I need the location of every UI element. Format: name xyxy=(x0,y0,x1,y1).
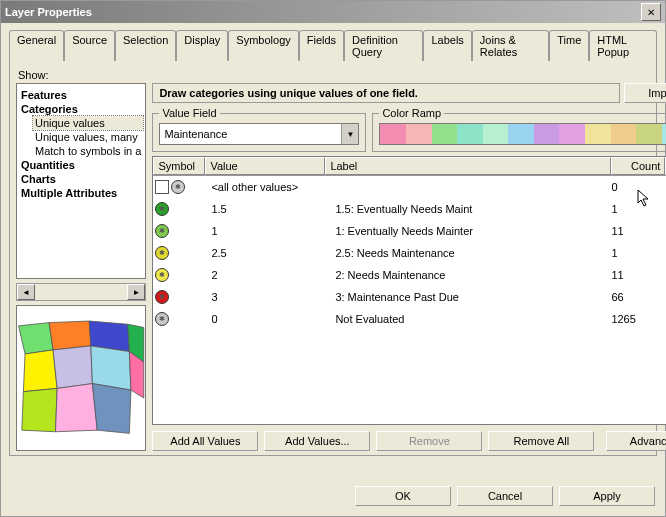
cell-value: 1 xyxy=(207,225,331,237)
symbol-swatch-icon: ✱ xyxy=(155,202,169,216)
grid-area: Symbol Value Label Count ✱<all other val… xyxy=(152,156,666,425)
apply-button[interactable]: Apply xyxy=(559,486,655,506)
tab-definition-query[interactable]: Definition Query xyxy=(344,30,423,61)
symbol-swatch-icon: ✱ xyxy=(155,224,169,238)
cell-count: 1 xyxy=(607,247,665,259)
cell-count: 11 xyxy=(607,269,665,281)
layer-properties-window: Layer Properties ✕ GeneralSourceSelectio… xyxy=(0,0,666,517)
titlebar: Layer Properties ✕ xyxy=(1,1,665,23)
tab-display[interactable]: Display xyxy=(176,30,228,61)
add-values-button[interactable]: Add Values... xyxy=(264,431,370,451)
cell-label: 2.5: Needs Maintenance xyxy=(331,247,607,259)
cell-count: 0 xyxy=(607,181,665,193)
import-button[interactable]: Import... xyxy=(624,83,666,103)
table-row[interactable]: ✱0Not Evaluated1265 xyxy=(153,308,666,330)
cell-value: 0 xyxy=(207,313,331,325)
remove-button[interactable]: Remove xyxy=(376,431,482,451)
tab-selection[interactable]: Selection xyxy=(115,30,176,61)
ramp-stop xyxy=(457,124,483,144)
add-all-values-button[interactable]: Add All Values xyxy=(152,431,258,451)
tab-html-popup[interactable]: HTML Popup xyxy=(589,30,657,61)
table-row[interactable]: ✱11: Eventually Needs Mainter11 xyxy=(153,220,666,242)
main-columns: Features Categories Unique values Unique… xyxy=(16,83,650,451)
cancel-button[interactable]: Cancel xyxy=(457,486,553,506)
header-count[interactable]: Count xyxy=(611,157,665,175)
bottom-button-row: Add All Values Add Values... Remove Remo… xyxy=(152,431,666,451)
client-area: GeneralSourceSelectionDisplaySymbologyFi… xyxy=(1,23,665,464)
tree-categories[interactable]: Categories xyxy=(19,102,143,116)
table-row[interactable]: ✱22: Needs Maintenance11 xyxy=(153,264,666,286)
dropdown-arrow-icon[interactable]: ▼ xyxy=(341,124,358,144)
symbol-swatch-icon: ✱ xyxy=(155,268,169,282)
cell-value: <all other values> xyxy=(207,181,331,193)
tab-panel-symbology: Show: Features Categories Unique values … xyxy=(9,60,657,456)
symbol-swatch-icon: ✱ xyxy=(155,312,169,326)
color-ramp-group: Color Ramp ▼ xyxy=(372,107,666,152)
ramp-stop xyxy=(483,124,509,144)
cell-value: 2.5 xyxy=(207,247,331,259)
tree-hscrollbar[interactable]: ◄ ► xyxy=(16,283,146,301)
dialog-footer: OK Cancel Apply xyxy=(355,486,655,506)
tab-labels[interactable]: Labels xyxy=(423,30,471,61)
tab-source[interactable]: Source xyxy=(64,30,115,61)
table-row[interactable]: ✱1.51.5: Eventually Needs Maint1 xyxy=(153,198,666,220)
tree-charts[interactable]: Charts xyxy=(19,172,143,186)
cell-label: 2: Needs Maintenance xyxy=(331,269,607,281)
close-button[interactable]: ✕ xyxy=(641,3,661,21)
tab-strip: GeneralSourceSelectionDisplaySymbologyFi… xyxy=(9,29,657,60)
window-title: Layer Properties xyxy=(5,6,92,18)
header-value[interactable]: Value xyxy=(205,157,325,175)
left-column: Features Categories Unique values Unique… xyxy=(16,83,146,451)
color-ramp-combo[interactable]: ▼ xyxy=(379,123,666,145)
cell-label: 1.5: Eventually Needs Maint xyxy=(331,203,607,215)
remove-all-button[interactable]: Remove All xyxy=(488,431,594,451)
instruction-row: Draw categories using unique values of o… xyxy=(152,83,666,103)
all-other-checkbox[interactable] xyxy=(155,180,169,194)
cell-count: 11 xyxy=(607,225,665,237)
scroll-right-icon[interactable]: ► xyxy=(127,284,145,300)
cell-count: 66 xyxy=(607,291,665,303)
value-field-legend: Value Field xyxy=(159,107,219,119)
fieldsets: Value Field Maintenance ▼ Color Ramp ▼ xyxy=(152,107,666,152)
symbology-category-tree[interactable]: Features Categories Unique values Unique… xyxy=(16,83,146,279)
tree-match-symbols[interactable]: Match to symbols in a xyxy=(33,144,143,158)
grid-header: Symbol Value Label Count xyxy=(153,157,666,176)
grid-body: ✱<all other values>0✱1.51.5: Eventually … xyxy=(153,176,666,424)
value-field-value: Maintenance xyxy=(160,124,341,144)
show-label: Show: xyxy=(18,69,650,81)
value-field-group: Value Field Maintenance ▼ xyxy=(152,107,366,152)
ramp-stop xyxy=(559,124,585,144)
advanced-button[interactable]: Advanced xyxy=(606,431,666,451)
table-row[interactable]: ✱2.52.5: Needs Maintenance1 xyxy=(153,242,666,264)
tab-general[interactable]: General xyxy=(9,30,64,61)
tree-quantities[interactable]: Quantities xyxy=(19,158,143,172)
values-grid[interactable]: Symbol Value Label Count ✱<all other val… xyxy=(152,156,666,425)
cell-label: 1: Eventually Needs Mainter xyxy=(331,225,607,237)
cell-count: 1 xyxy=(607,203,665,215)
tab-fields[interactable]: Fields xyxy=(299,30,344,61)
header-label[interactable]: Label xyxy=(325,157,611,175)
cell-value: 3 xyxy=(207,291,331,303)
tab-time[interactable]: Time xyxy=(549,30,589,61)
ramp-stop xyxy=(406,124,432,144)
right-column: Draw categories using unique values of o… xyxy=(152,83,666,451)
tree-multiple-attributes[interactable]: Multiple Attributes xyxy=(19,186,143,200)
tree-unique-values[interactable]: Unique values xyxy=(33,116,143,130)
tab-joins-relates[interactable]: Joins & Relates xyxy=(472,30,549,61)
instruction-label: Draw categories using unique values of o… xyxy=(152,83,620,103)
cell-label: 3: Maintenance Past Due xyxy=(331,291,607,303)
ramp-stop xyxy=(432,124,458,144)
ramp-stop xyxy=(662,124,666,144)
header-symbol[interactable]: Symbol xyxy=(153,157,205,175)
table-row[interactable]: ✱<all other values>0 xyxy=(153,176,666,198)
ok-button[interactable]: OK xyxy=(355,486,451,506)
tree-unique-values-many[interactable]: Unique values, many xyxy=(33,130,143,144)
value-field-combo[interactable]: Maintenance ▼ xyxy=(159,123,359,145)
symbol-swatch-icon: ✱ xyxy=(155,246,169,260)
tab-symbology[interactable]: Symbology xyxy=(228,30,298,61)
color-ramp-swatch xyxy=(380,124,666,144)
ramp-stop xyxy=(585,124,611,144)
table-row[interactable]: ✱33: Maintenance Past Due66 xyxy=(153,286,666,308)
scroll-left-icon[interactable]: ◄ xyxy=(17,284,35,300)
tree-features[interactable]: Features xyxy=(19,88,143,102)
